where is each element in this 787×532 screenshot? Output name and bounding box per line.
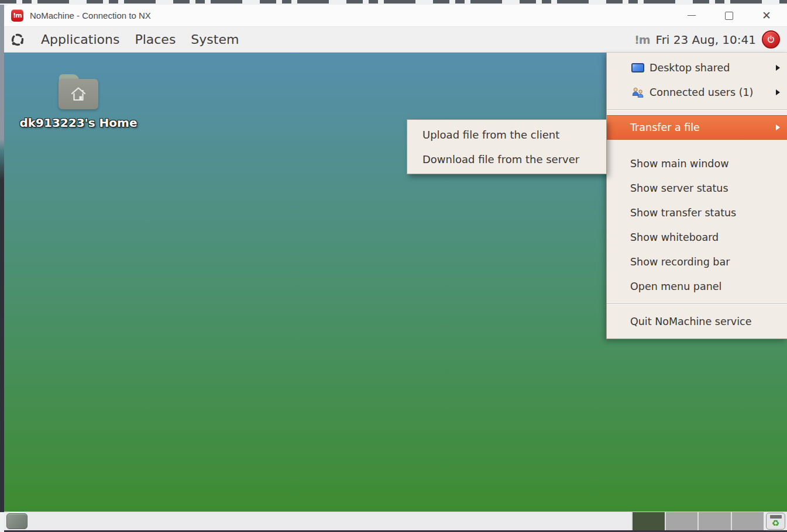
- minimize-button[interactable]: [686, 11, 697, 21]
- titlebar[interactable]: !m NoMachine - Connection to NX ✕: [4, 5, 787, 27]
- menubar-item-places[interactable]: Places: [127, 31, 183, 48]
- home-folder-label[interactable]: dk913223's Home: [20, 116, 138, 130]
- workspace-2[interactable]: [665, 512, 698, 530]
- users-icon: [631, 87, 645, 98]
- menu-item-label: Transfer a file: [630, 122, 700, 133]
- menu-item-label: Open menu panel: [630, 281, 721, 292]
- background-window-bleed-left: [0, 5, 4, 512]
- menu-item-show-server-status[interactable]: Show server status: [607, 176, 787, 201]
- menu-item-label: Show recording bar: [630, 256, 730, 268]
- menu-item-show-main-window[interactable]: Show main window: [607, 151, 787, 176]
- menubar-item-applications[interactable]: Applications: [33, 31, 127, 48]
- submenu-item-label: Upload file from the client: [422, 129, 559, 141]
- menu-item-label: Show whiteboard: [630, 232, 719, 243]
- menu-item-show-recording-bar[interactable]: Show recording bar: [607, 250, 787, 274]
- workspace-1[interactable]: [631, 512, 665, 530]
- menu-item-open-menu-panel[interactable]: Open menu panel: [607, 274, 787, 299]
- submenu-item-download-file[interactable]: Download file from the server: [407, 147, 606, 171]
- clock[interactable]: Fri 23 Aug, 10:41: [656, 33, 756, 47]
- nomachine-logo-icon: !m: [11, 9, 23, 22]
- minimize-icon: [688, 15, 696, 16]
- desktop-menubar: Applications Places System !m Fri 23 Aug…: [4, 27, 787, 53]
- submenu-arrow-icon: [776, 65, 780, 71]
- distro-circle-icon: [10, 32, 25, 47]
- recycle-icon: ♻: [772, 519, 779, 528]
- menu-separator: [607, 109, 787, 110]
- maximize-button[interactable]: [724, 11, 734, 21]
- menu-item-quit-nomachine-service[interactable]: Quit NoMachine service: [607, 309, 787, 334]
- show-desktop-button[interactable]: [6, 513, 28, 529]
- menubar-right: !m Fri 23 Aug, 10:41: [634, 30, 780, 49]
- transfer-file-submenu: Upload file from the client Download fil…: [407, 119, 607, 174]
- folder-body: [59, 79, 98, 109]
- menu-spacer: [607, 140, 787, 151]
- home-folder-icon[interactable]: [59, 74, 98, 109]
- window-title: NoMachine - Connection to NX: [30, 11, 151, 20]
- power-icon: [767, 35, 775, 44]
- menu-item-label: Show main window: [630, 158, 728, 170]
- menu-item-show-whiteboard[interactable]: Show whiteboard: [607, 225, 787, 250]
- menu-item-label: Desktop shared: [649, 62, 730, 74]
- nomachine-tray-menu: Desktop shared Connected users (1) Trans…: [606, 53, 787, 339]
- workspace-3[interactable]: [697, 512, 731, 530]
- workspace-switcher: [631, 512, 764, 530]
- home-glyph-icon: [70, 86, 87, 102]
- workspace-4[interactable]: [731, 512, 764, 530]
- taskbar: ♻: [4, 512, 787, 532]
- menubar-item-system[interactable]: System: [183, 31, 246, 48]
- trash-applet-button[interactable]: ♻: [766, 513, 785, 530]
- taskbar-right: ♻: [631, 512, 787, 530]
- nomachine-tray-icon[interactable]: !m: [634, 33, 649, 46]
- menu-item-label: Show server status: [630, 182, 728, 194]
- maximize-icon: [725, 12, 733, 20]
- menu-item-label: Show transfer status: [630, 207, 736, 219]
- menu-item-desktop-shared[interactable]: Desktop shared: [607, 56, 787, 80]
- menu-item-show-transfer-status[interactable]: Show transfer status: [607, 201, 787, 225]
- menu-item-label: Connected users (1): [649, 87, 753, 98]
- submenu-item-upload-file[interactable]: Upload file from the client: [407, 122, 606, 147]
- power-button[interactable]: [762, 30, 780, 49]
- menu-item-connected-users[interactable]: Connected users (1): [607, 80, 787, 105]
- submenu-arrow-icon: [776, 89, 780, 95]
- close-button[interactable]: ✕: [761, 11, 772, 21]
- menu-item-label: Quit NoMachine service: [630, 316, 751, 327]
- menu-item-transfer-a-file[interactable]: Transfer a file: [607, 115, 787, 140]
- submenu-item-label: Download file from the server: [422, 153, 579, 165]
- menu-separator: [607, 303, 787, 305]
- background-window-bleed-top: [0, 0, 787, 5]
- window-controls: ✕: [686, 11, 781, 21]
- submenu-arrow-icon: [776, 125, 780, 130]
- display-icon: [631, 63, 645, 72]
- screen: !m NoMachine - Connection to NX ✕ Applic…: [0, 0, 787, 532]
